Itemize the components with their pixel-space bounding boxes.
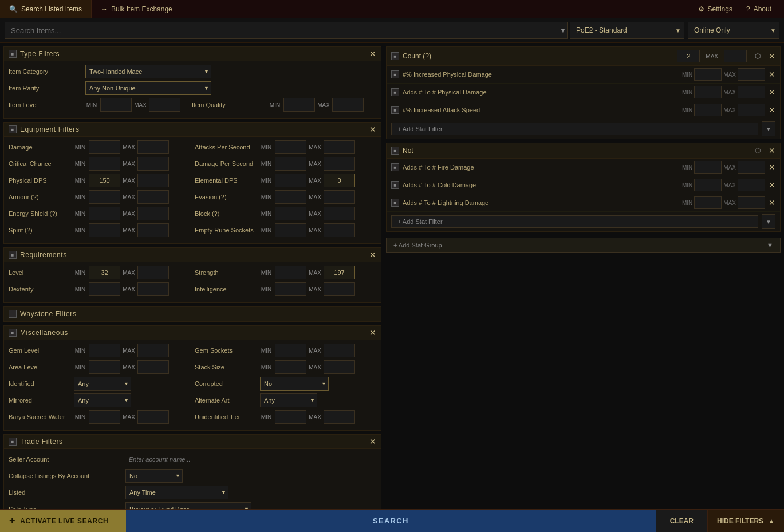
gem-level-max[interactable]	[137, 344, 169, 357]
unid-tier-min[interactable]	[275, 410, 306, 424]
stat-not-checkbox[interactable]	[391, 147, 399, 155]
item-quality-min[interactable]	[283, 98, 315, 112]
stat-fire-max[interactable]	[738, 161, 765, 174]
waystone-checkbox[interactable]	[9, 310, 17, 318]
add-stat-btn-count[interactable]: + Add Stat Filter	[391, 123, 758, 135]
rune-sockets-max[interactable]	[324, 223, 355, 237]
stat-fire-remove[interactable]: ✕	[769, 163, 775, 172]
hide-filters-btn[interactable]: Hide Filters ▲	[707, 510, 784, 532]
stat-attack-speed-checkbox[interactable]	[391, 106, 399, 114]
item-category-select[interactable]: Two-Handed Mace	[85, 65, 211, 78]
stat-attack-speed-min[interactable]	[694, 104, 722, 116]
online-dropdown[interactable]: Online Only	[688, 22, 779, 39]
add-stat-btn-not[interactable]: + Add Stat Filter	[391, 215, 758, 228]
item-quality-max[interactable]	[332, 98, 364, 112]
stat-lightning-checkbox[interactable]	[391, 199, 399, 207]
level-max[interactable]	[137, 266, 169, 279]
stat-fire-min[interactable]	[694, 161, 722, 174]
item-level-min[interactable]	[100, 98, 132, 112]
alt-art-select[interactable]: Any Yes No	[260, 393, 317, 407]
sale-type-select[interactable]: Buyout or Fixed Price Any	[125, 502, 251, 509]
stat-count-close[interactable]: ✕	[769, 52, 775, 61]
stat-lightning-max[interactable]	[738, 196, 765, 209]
barya-min[interactable]	[89, 410, 120, 424]
stat-adds-phys-remove[interactable]: ✕	[769, 88, 775, 97]
stat-adds-phys-max[interactable]	[738, 86, 765, 98]
stat-phys-pct-min[interactable]	[694, 68, 722, 81]
gem-sockets-max[interactable]	[324, 344, 355, 357]
about-btn[interactable]: ? About	[740, 3, 777, 15]
search-input[interactable]	[5, 22, 568, 39]
corrupted-select[interactable]: No Any Yes	[260, 377, 329, 391]
barya-max[interactable]	[137, 410, 169, 424]
crit-min[interactable]	[89, 157, 120, 171]
stat-count-input[interactable]	[677, 50, 700, 62]
stat-count-max-input[interactable]	[724, 50, 747, 62]
gem-level-min[interactable]	[89, 344, 120, 357]
trade-filters-checkbox[interactable]	[9, 438, 17, 446]
stack-size-min[interactable]	[275, 360, 306, 374]
equipment-filters-close[interactable]: ✕	[369, 125, 376, 133]
armour-min[interactable]	[89, 190, 120, 204]
es-min[interactable]	[89, 207, 120, 220]
seller-input[interactable]	[125, 452, 376, 466]
misc-checkbox[interactable]	[9, 329, 17, 337]
item-level-max[interactable]	[149, 98, 180, 112]
stat-export-icon[interactable]: ⬡	[755, 52, 761, 60]
int-max[interactable]	[324, 282, 355, 296]
aps-min[interactable]	[275, 140, 306, 154]
type-filters-close[interactable]: ✕	[369, 50, 376, 58]
aps-max[interactable]	[324, 140, 355, 154]
add-stat-dropdown-count[interactable]: ▼	[762, 121, 775, 136]
settings-btn[interactable]: ⚙ Settings	[692, 3, 738, 15]
dex-max[interactable]	[137, 282, 169, 296]
stat-not-export-icon[interactable]: ⬡	[755, 147, 761, 155]
identified-select[interactable]: Any Yes No	[74, 377, 131, 391]
requirements-checkbox[interactable]	[9, 251, 17, 259]
add-stat-group-btn[interactable]: + Add Stat Group ▼	[386, 238, 781, 253]
rune-sockets-min[interactable]	[275, 223, 306, 237]
level-min[interactable]	[89, 266, 120, 279]
dps-min[interactable]	[275, 157, 306, 171]
stat-not-close[interactable]: ✕	[769, 146, 775, 155]
phys-dps-max[interactable]	[137, 174, 169, 187]
type-filters-checkbox[interactable]	[9, 50, 17, 58]
misc-close[interactable]: ✕	[369, 329, 376, 337]
stat-cold-remove[interactable]: ✕	[769, 180, 775, 190]
stat-lightning-min[interactable]	[694, 196, 722, 209]
trade-filters-close[interactable]: ✕	[369, 438, 376, 446]
crit-max[interactable]	[137, 157, 169, 171]
int-min[interactable]	[275, 282, 306, 296]
evasion-max[interactable]	[324, 190, 355, 204]
es-max[interactable]	[137, 207, 169, 220]
requirements-close[interactable]: ✕	[369, 251, 376, 259]
armour-max[interactable]	[137, 190, 169, 204]
strength-min[interactable]	[275, 266, 306, 279]
league-dropdown[interactable]: PoE2 - Standard	[570, 22, 684, 39]
dps-max[interactable]	[324, 157, 355, 171]
spirit-max[interactable]	[137, 223, 169, 237]
activate-live-search-btn[interactable]: + Activate Live Search	[0, 510, 126, 532]
block-max[interactable]	[324, 207, 355, 220]
spirit-min[interactable]	[89, 223, 120, 237]
damage-max[interactable]	[137, 140, 169, 154]
add-stat-dropdown-not[interactable]: ▼	[762, 214, 775, 229]
stat-cold-checkbox[interactable]	[391, 181, 399, 189]
area-level-min[interactable]	[89, 360, 120, 374]
dex-min[interactable]	[89, 282, 120, 296]
stat-lightning-remove[interactable]: ✕	[769, 198, 775, 207]
listed-select[interactable]: Any Time 1 Day 3 Days 1 Week	[125, 486, 228, 499]
gem-sockets-min[interactable]	[275, 344, 306, 357]
unid-tier-max[interactable]	[324, 410, 355, 424]
stat-attack-speed-max[interactable]	[738, 104, 765, 116]
elem-dps-max[interactable]	[324, 174, 355, 187]
item-rarity-select[interactable]: Any Non-Unique	[85, 81, 211, 95]
damage-min[interactable]	[89, 140, 120, 154]
stack-size-max[interactable]	[324, 360, 355, 374]
mirrored-select[interactable]: Any Yes No	[74, 393, 131, 407]
bulk-item-exchange-btn[interactable]: ↔ Bulk Item Exchange	[92, 0, 182, 18]
search-listed-items-btn[interactable]: 🔍 Search Listed Items	[0, 0, 92, 18]
phys-dps-min[interactable]	[89, 174, 120, 187]
stat-adds-phys-checkbox[interactable]	[391, 88, 399, 96]
stat-fire-checkbox[interactable]	[391, 163, 399, 171]
